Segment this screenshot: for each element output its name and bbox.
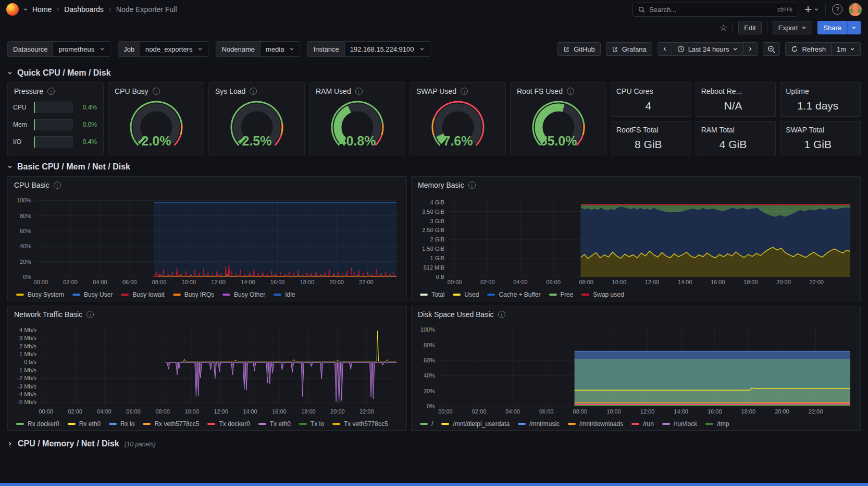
variable-value-dropdown[interactable]: node_exporters	[140, 42, 208, 56]
legend-item[interactable]: Free	[549, 291, 574, 298]
legend-item[interactable]: Tx docker0	[207, 420, 250, 428]
memory-basic-chart[interactable]: 00:0002:0004:0006:0008:0010:0012:0014:00…	[415, 193, 856, 286]
info-icon[interactable]: i	[498, 311, 505, 318]
legend-item[interactable]: /run	[631, 420, 654, 428]
legend-item[interactable]: /	[420, 420, 433, 428]
user-avatar[interactable]	[849, 3, 862, 16]
panel-title[interactable]: Memory Basic	[418, 181, 464, 189]
svg-text:02:00: 02:00	[63, 279, 78, 285]
breadcrumb-home[interactable]: Home	[32, 5, 52, 14]
pressure-bar-fill	[34, 102, 35, 113]
variable-value-dropdown[interactable]: prometheus	[53, 42, 110, 56]
panel-title[interactable]: Pressure	[14, 87, 43, 95]
grafana-link-button[interactable]: Grafana	[606, 42, 652, 56]
info-icon[interactable]: i	[567, 88, 574, 95]
legend-item[interactable]: /run/lock	[662, 420, 697, 428]
panel-title[interactable]: Sys Load	[215, 87, 245, 95]
svg-text:12:00: 12:00	[214, 408, 228, 415]
legend-item[interactable]: Busy System	[16, 291, 64, 298]
legend-label: /mnt/music	[529, 420, 560, 428]
new-button[interactable]	[804, 6, 819, 13]
stat-label[interactable]: CPU Cores	[616, 87, 686, 95]
info-icon[interactable]: i	[153, 88, 160, 95]
legend-item[interactable]: /mnt/downloads	[568, 420, 623, 428]
legend-item[interactable]: /tmp	[705, 420, 729, 428]
panel-title[interactable]: Network Traffic Basic	[14, 310, 82, 319]
legend-item[interactable]: Busy Iowait	[121, 291, 164, 298]
variable-label: Job	[118, 42, 140, 56]
stat-label[interactable]: Reboot Re...	[701, 87, 771, 95]
legend-item[interactable]: Cache + Buffer	[487, 291, 540, 298]
github-link-button[interactable]: GitHub	[557, 42, 600, 56]
time-shift-forward-button[interactable]	[743, 42, 758, 56]
panel-title[interactable]: Root FS Used	[517, 87, 563, 95]
legend-item[interactable]: Busy IRQs	[173, 291, 214, 298]
panel-gauge: RAM Usedi40.8%	[309, 82, 405, 155]
stat-label[interactable]: Uptime	[786, 87, 855, 95]
stat-label[interactable]: RAM Total	[701, 126, 771, 134]
stat-label[interactable]: RootFS Total	[616, 126, 686, 134]
disk-space-used-basic-chart[interactable]: 00:0002:0004:0006:0008:0010:0012:0014:00…	[415, 323, 856, 416]
search-input[interactable]: Search... ctrl+k	[633, 3, 798, 17]
stat-value: 1 GiB	[780, 138, 855, 151]
info-icon[interactable]: i	[47, 88, 55, 95]
help-button[interactable]: ?	[832, 4, 842, 15]
legend-item[interactable]: /mnt/dietpi_userdata	[441, 420, 510, 428]
grafana-logo[interactable]	[6, 3, 19, 16]
svg-text:04:00: 04:00	[93, 279, 107, 285]
row-header-basic[interactable]: Basic CPU / Mem / Net / Disk	[0, 155, 868, 176]
panel-title[interactable]: CPU Busy	[115, 87, 148, 95]
zoom-out-time-button[interactable]	[763, 42, 780, 56]
top-nav: Home › Dashboards › Node Exporter Full S…	[0, 0, 868, 19]
breadcrumb-separator: ›	[108, 6, 112, 13]
legend-item[interactable]: Tx lo	[299, 420, 324, 428]
time-shift-back-button[interactable]	[658, 42, 672, 56]
cpu-basic-chart[interactable]: 00:0002:0004:0006:0008:0010:0012:0014:00…	[11, 193, 402, 286]
svg-text:16:00: 16:00	[708, 408, 722, 415]
legend-item[interactable]: Rx lo	[109, 420, 134, 428]
share-menu-button[interactable]	[847, 21, 861, 34]
share-button[interactable]: Share	[817, 21, 847, 34]
legend-label: Swap used	[593, 291, 624, 298]
info-icon[interactable]: i	[54, 181, 61, 189]
legend-item[interactable]: Busy Other	[222, 291, 265, 298]
time-range-picker[interactable]: Last 24 hours	[672, 42, 744, 56]
variable-value: node_exporters	[145, 45, 192, 53]
edit-button[interactable]: Edit	[738, 21, 761, 34]
svg-text:20:00: 20:00	[775, 408, 789, 415]
network-traffic-basic-chart[interactable]: 00:0002:0004:0006:0008:0010:0012:0014:00…	[11, 323, 402, 416]
favorite-star-button[interactable]: ☆	[720, 22, 727, 33]
org-chevron-down-icon[interactable]	[23, 7, 28, 12]
panel-cpu-basic: CPU Basici 00:0002:0004:0006:0008:0010:0…	[7, 176, 407, 301]
legend-item[interactable]: Tx veth5778cc5	[332, 420, 388, 428]
stat-label[interactable]: SWAP Total	[786, 126, 855, 134]
refresh-button[interactable]: Refresh	[785, 42, 832, 56]
panel-title[interactable]: CPU Basic	[14, 181, 49, 189]
legend-item[interactable]: Rx eth0	[68, 420, 101, 428]
panel-title[interactable]: RAM Used	[316, 87, 351, 95]
export-button[interactable]: Export	[773, 21, 813, 34]
row-header-quick[interactable]: Quick CPU / Mem / Disk	[0, 62, 868, 82]
panel-title[interactable]: SWAP Used	[416, 87, 456, 95]
refresh-interval-dropdown[interactable]: 1m	[832, 42, 861, 56]
breadcrumb-dashboards[interactable]: Dashboards	[64, 5, 104, 14]
legend-item[interactable]: Tx eth0	[258, 420, 291, 428]
legend-item[interactable]: Total	[420, 291, 444, 298]
svg-text:0 B: 0 B	[436, 274, 444, 280]
legend-item[interactable]: /mnt/music	[518, 420, 560, 428]
legend-item[interactable]: Rx veth5778cc5	[143, 420, 199, 428]
legend-item[interactable]: Idle	[274, 291, 295, 298]
panel-title[interactable]: Disk Space Used Basic	[418, 310, 494, 319]
info-icon[interactable]: i	[355, 88, 363, 95]
legend-item[interactable]: Used	[453, 291, 479, 298]
legend-item[interactable]: Swap used	[581, 291, 624, 298]
info-icon[interactable]: i	[461, 88, 468, 95]
info-icon[interactable]: i	[468, 181, 476, 189]
variable-value-dropdown[interactable]: media	[261, 42, 300, 56]
variable-value-dropdown[interactable]: 192.168.15.224:9100	[345, 42, 430, 56]
legend-item[interactable]: Busy User	[72, 291, 113, 298]
row-header-collapsed[interactable]: CPU / Memory / Net / Disk (10 panels)	[0, 431, 868, 457]
info-icon[interactable]: i	[86, 311, 94, 318]
legend-item[interactable]: Rx docker0	[16, 420, 59, 428]
info-icon[interactable]: i	[250, 88, 257, 95]
